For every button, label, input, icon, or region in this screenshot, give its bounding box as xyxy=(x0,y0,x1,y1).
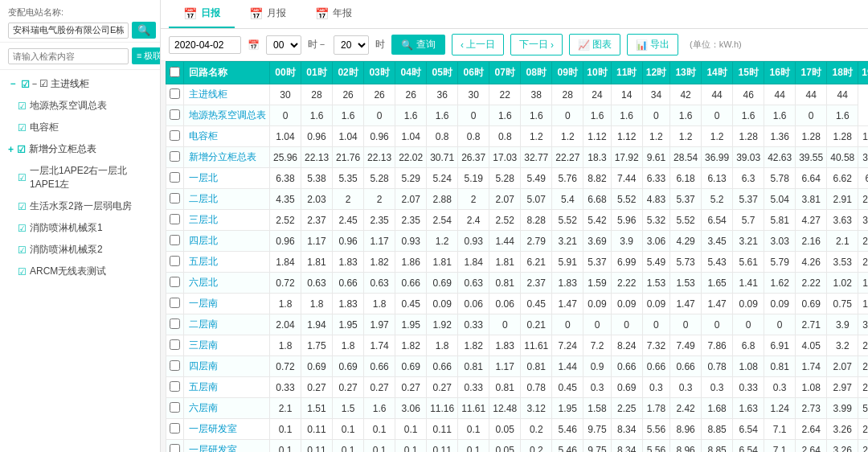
value-cell: 17.92 xyxy=(611,147,642,168)
circuit-name-cell[interactable]: 主进线柜 xyxy=(184,84,270,105)
circuit-name-cell[interactable]: 六层北 xyxy=(184,273,270,294)
circuit-name-cell[interactable]: 四层南 xyxy=(184,356,270,377)
value-cell: 6.64 xyxy=(796,168,827,189)
row-checkbox[interactable] xyxy=(170,277,180,287)
filter-button[interactable]: ≡ 极联选择 xyxy=(132,47,161,64)
row-checkbox[interactable] xyxy=(170,214,180,224)
sidebar-item-fire-pump2[interactable]: ☑ 消防喷淋机械泵2 xyxy=(0,239,160,261)
table-header-row: 回路名称 00时 01时 02时 03时 04时 05时 06时 07时 08时… xyxy=(166,62,869,84)
date-input[interactable] xyxy=(169,36,241,54)
row-checkbox[interactable] xyxy=(170,444,180,453)
value-cell: 0 xyxy=(733,314,764,335)
value-cell: 1.82 xyxy=(395,335,427,356)
circuit-name-cell[interactable]: 四层北 xyxy=(184,231,270,252)
circuit-name-cell[interactable]: 五层南 xyxy=(184,377,270,398)
circuit-name-cell[interactable]: 二层南 xyxy=(184,314,270,335)
row-checkbox[interactable] xyxy=(170,298,180,308)
tab-daily[interactable]: 📅 日报 xyxy=(169,0,235,28)
value-cell: 1.12 xyxy=(611,126,642,147)
circuit-name-cell[interactable]: 一层研发室 xyxy=(184,440,270,453)
value-cell: 3.99 xyxy=(827,398,858,419)
value-cell: 1.24 xyxy=(764,398,796,419)
value-cell: 0.09 xyxy=(583,294,611,314)
row-checkbox[interactable] xyxy=(170,423,180,434)
value-cell: 1.6 xyxy=(583,105,611,126)
sidebar-item-floor1[interactable]: ☑ 一层北1APE2右一层北1APE1左 xyxy=(0,160,160,195)
circuit-name-cell[interactable]: 二层北 xyxy=(184,189,270,210)
station-name-input[interactable] xyxy=(8,23,129,39)
tree-checkbox-main[interactable]: ☑ xyxy=(21,79,30,90)
value-cell: 1.28 xyxy=(796,126,827,147)
check-icon: ☑ xyxy=(18,266,27,277)
next-day-button[interactable]: 下一日 › xyxy=(510,34,563,55)
circuit-name-cell[interactable]: 一层南 xyxy=(184,294,270,314)
tab-monthly[interactable]: 📅 月报 xyxy=(235,0,301,28)
value-cell: 1.75 xyxy=(301,335,333,356)
query-button[interactable]: 🔍 查询 xyxy=(391,35,445,55)
value-cell: 6.54 xyxy=(702,210,733,231)
value-cell: 5.38 xyxy=(301,168,333,189)
row-checkbox[interactable] xyxy=(170,172,180,183)
circuit-name-cell[interactable]: 六层南 xyxy=(184,398,270,419)
tab-yearly[interactable]: 📅 年报 xyxy=(301,0,366,28)
value-cell: 1.2 xyxy=(702,126,733,147)
header-checkbox-col xyxy=(166,62,184,84)
circuit-name-cell[interactable]: 一层北 xyxy=(184,168,270,189)
row-checkbox[interactable] xyxy=(170,235,180,245)
export-button[interactable]: 📊 导出 xyxy=(627,34,678,55)
table-row: 一层研发室0.10.110.10.10.10.110.10.050.25.469… xyxy=(166,440,869,453)
row-checkbox[interactable] xyxy=(170,381,180,392)
sidebar-item-capacitor[interactable]: ☑ 电容柜 xyxy=(0,117,160,138)
check-icon: ☑ xyxy=(18,122,27,134)
value-cell: 2 xyxy=(458,189,489,210)
row-checkbox[interactable] xyxy=(170,88,180,99)
value-cell: 0.75 xyxy=(827,294,858,314)
sidebar-item-arcm[interactable]: ☑ ARCM无线表测试 xyxy=(0,261,160,282)
station-search-button[interactable]: 🔍 xyxy=(132,22,156,39)
value-cell: 0.45 xyxy=(395,294,427,314)
sidebar-item-fire-pump1[interactable]: ☑ 消防喷淋机械泵1 xyxy=(0,217,160,239)
header-08h: 08时 xyxy=(521,62,552,84)
row-checkbox[interactable] xyxy=(170,151,180,162)
hour-start-select[interactable]: 00 xyxy=(266,35,301,55)
row-checkbox[interactable] xyxy=(170,318,180,329)
circuit-name-cell[interactable]: 五层北 xyxy=(184,252,270,273)
row-checkbox[interactable] xyxy=(170,256,180,266)
circuit-name-cell[interactable]: 三层北 xyxy=(184,210,270,231)
value-cell: 2.97 xyxy=(827,377,858,398)
value-cell: 3.21 xyxy=(552,231,583,252)
tab-daily-label: 日报 xyxy=(201,6,220,20)
row-checkbox[interactable] xyxy=(170,360,180,371)
value-cell: 5.76 xyxy=(552,168,583,189)
value-cell: 7.49 xyxy=(670,335,702,356)
row-checkbox[interactable] xyxy=(170,130,180,141)
value-cell: 3.26 xyxy=(827,419,858,440)
hour-end-select[interactable]: 20 xyxy=(334,35,369,55)
value-cell: 0.1 xyxy=(270,440,301,453)
row-checkbox[interactable] xyxy=(170,402,180,413)
sidebar-item-water-pump[interactable]: ☑ 生活水泵2路一层弱电房 xyxy=(0,195,160,217)
circuit-name-cell[interactable]: 新增分立柜总表 xyxy=(184,147,270,168)
value-cell: 1.2 xyxy=(552,126,583,147)
value-cell: 0.09 xyxy=(611,294,642,314)
row-checkbox[interactable] xyxy=(170,339,180,350)
tree-group-new[interactable]: + ☑ 新增分立柜总表 xyxy=(0,138,160,160)
tree-group-main[interactable]: － ☑ －☑ 主进线柜 xyxy=(0,73,160,95)
value-cell: 6.18 xyxy=(670,168,702,189)
value-cell: 1.82 xyxy=(458,335,489,356)
chart-button[interactable]: 📈 图表 xyxy=(569,34,620,55)
row-checkbox[interactable] xyxy=(170,193,180,203)
circuit-name-cell[interactable]: 三层南 xyxy=(184,335,270,356)
prev-day-button[interactable]: ‹ 上一日 xyxy=(452,34,504,55)
circuit-name-cell[interactable]: 一层研发室 xyxy=(184,419,270,440)
value-cell: 0.1 xyxy=(458,440,489,453)
circuit-name-cell[interactable]: 电容柜 xyxy=(184,126,270,147)
sidebar-item-geothermal[interactable]: ☑ 地源热泵空调总表 xyxy=(0,95,160,117)
row-checkbox[interactable] xyxy=(170,109,180,120)
data-table-wrapper: 回路名称 00时 01时 02时 03时 04时 05时 06时 07时 08时… xyxy=(161,61,868,452)
header-04h: 04时 xyxy=(395,62,427,84)
search-input[interactable] xyxy=(8,48,129,64)
select-all-checkbox[interactable] xyxy=(170,67,180,77)
circuit-name-cell[interactable]: 地源热泵空调总表 xyxy=(184,105,270,126)
value-cell: 0.09 xyxy=(733,294,764,314)
